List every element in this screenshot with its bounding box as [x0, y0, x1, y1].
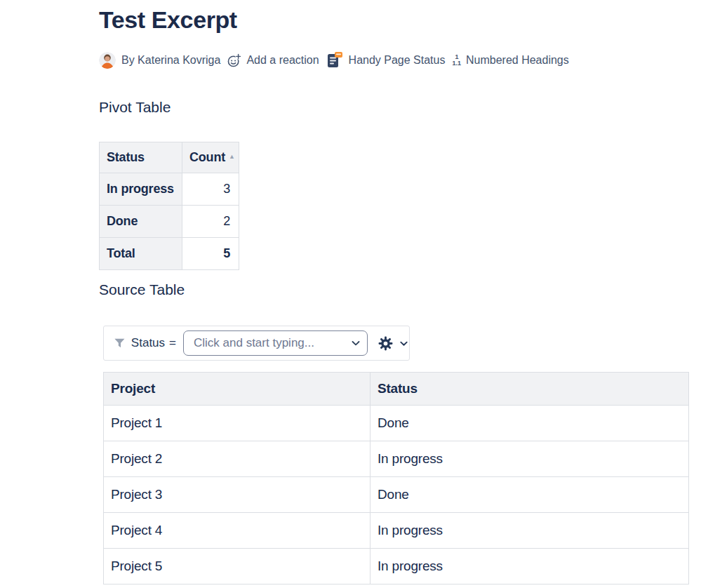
- pivot-row-total: Total 5: [100, 238, 239, 270]
- pivot-col-status[interactable]: Status: [100, 142, 182, 173]
- pivot-row-value: 2: [182, 206, 239, 238]
- smiley-plus-icon: [227, 53, 241, 68]
- table-row: Project 5 In progress: [104, 549, 689, 584]
- gear-icon: [378, 335, 394, 352]
- add-reaction-button[interactable]: Add a reaction: [227, 53, 319, 68]
- project-cell: Project 5: [104, 549, 370, 584]
- status-cell: In progress: [370, 513, 689, 549]
- project-cell: Project 1: [104, 406, 370, 441]
- chevron-down-icon: [399, 338, 409, 349]
- filter-value-input[interactable]: [192, 335, 350, 351]
- pivot-header-row: Status Count▲: [100, 142, 239, 173]
- source-col-status: Status: [370, 373, 689, 406]
- status-cell: Done: [370, 477, 689, 513]
- avatar-image: [99, 52, 116, 69]
- pivot-row-value: 5: [182, 238, 239, 270]
- status-cell: In progress: [370, 441, 689, 477]
- sort-ascending-icon: ▲: [229, 153, 235, 160]
- pivot-row-label: Done: [100, 206, 182, 238]
- source-table-heading: Source Table: [99, 281, 185, 299]
- pivot-row-value: 3: [182, 173, 239, 206]
- pivot-col-count-label: Count: [189, 150, 225, 164]
- filter-funnel-icon: [113, 336, 126, 350]
- project-cell: Project 2: [104, 441, 370, 477]
- filter-settings-chevron-button[interactable]: [399, 338, 409, 349]
- filter-value-select[interactable]: [183, 330, 368, 356]
- pivot-table-heading: Pivot Table: [99, 98, 171, 116]
- numbered-headings-button[interactable]: 1 1.1 Numbered Headings: [452, 54, 568, 67]
- add-reaction-label: Add a reaction: [246, 54, 319, 67]
- pivot-row-done: Done 2: [100, 206, 239, 238]
- project-cell: Project 4: [104, 513, 370, 549]
- author-link[interactable]: By Katerina Kovriga: [121, 54, 220, 67]
- page-status-button[interactable]: Handy Page Status: [326, 51, 446, 69]
- filter-settings-button[interactable]: [378, 335, 394, 352]
- source-table: Project Status Project 1 Done Project 2 …: [103, 372, 689, 584]
- project-cell: Project 3: [104, 477, 370, 513]
- pivot-col-count[interactable]: Count▲: [182, 142, 239, 173]
- chevron-down-icon: [350, 338, 361, 349]
- table-row: Project 4 In progress: [104, 513, 689, 549]
- table-row: Project 2 In progress: [104, 441, 689, 477]
- filter-field-label: Status: [131, 336, 165, 350]
- source-col-project: Project: [104, 373, 370, 406]
- status-cell: Done: [370, 406, 689, 441]
- page-title: Test Excerpt: [99, 4, 237, 35]
- numbered-headings-label: Numbered Headings: [466, 54, 569, 67]
- filter-operator: =: [169, 336, 176, 350]
- table-row: Project 3 Done: [104, 477, 689, 513]
- source-header-row: Project Status: [104, 373, 689, 406]
- pivot-row-label: In progress: [100, 173, 182, 206]
- table-row: Project 1 Done: [104, 406, 689, 441]
- pivot-row-label: Total: [100, 238, 182, 270]
- pivot-row-in-progress: In progress 3: [100, 173, 239, 206]
- table-filter-panel: Status =: [103, 326, 410, 361]
- byline: By Katerina Kovriga Add a reaction Handy…: [99, 51, 569, 70]
- author-avatar[interactable]: [99, 52, 116, 69]
- status-cell: In progress: [370, 549, 689, 584]
- page-status-label: Handy Page Status: [349, 54, 446, 67]
- pivot-table: Status Count▲ In progress 3 Done 2 Total…: [99, 142, 239, 270]
- document-badge-icon: [326, 51, 344, 69]
- numbered-headings-icon: 1 1.1: [452, 54, 461, 67]
